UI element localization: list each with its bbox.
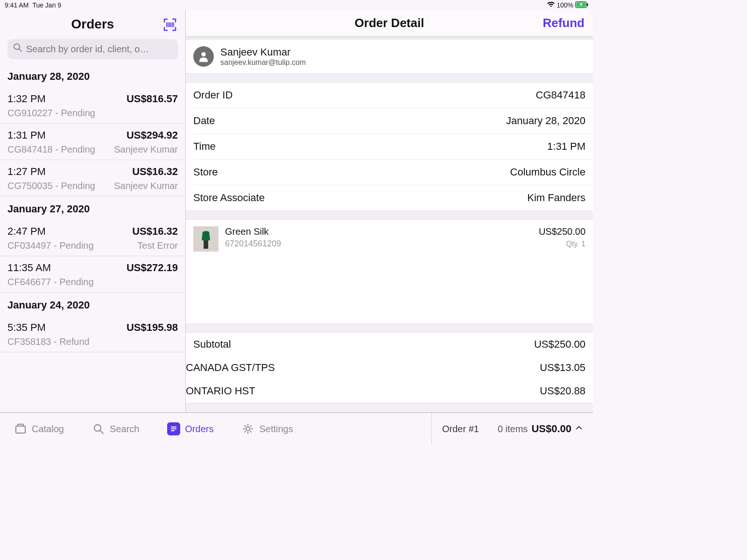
field-label: Time (193, 140, 216, 153)
orders-sidebar: Orders January 28, 2020 (0, 10, 186, 412)
product-thumb (193, 226, 218, 252)
field-label: Order ID (193, 89, 233, 101)
search-icon (13, 43, 22, 54)
field-value: January 28, 2020 (506, 115, 585, 127)
order-time: 1:27 PM (7, 166, 46, 178)
wifi-icon (547, 1, 555, 9)
battery-pct: 100% (557, 1, 573, 9)
date-header: January 24, 2020 (0, 293, 185, 316)
field-label: Store (193, 166, 218, 178)
battery-icon (575, 1, 588, 9)
field-value: Columbus Circle (510, 166, 585, 178)
line-items: Green Silk 672014561209 US$250.00 Qty. 1 (186, 219, 593, 324)
barcode-scan-button[interactable] (162, 17, 178, 33)
item-price: US$250.00 (539, 226, 585, 237)
tab-settings[interactable]: Settings (227, 413, 307, 445)
order-fields: Order IDCG847418 DateJanuary 28, 2020 Ti… (186, 82, 593, 211)
field-label: Date (193, 115, 215, 127)
field-label: Store Associate (193, 192, 265, 204)
search-icon (92, 422, 105, 435)
chevron-up-icon (575, 424, 583, 434)
status-bar: 9:41 AM Tue Jan 9 100% (0, 0, 593, 10)
order-amount: US$16.32 (132, 225, 178, 238)
date-header: January 27, 2020 (0, 196, 185, 220)
tab-search[interactable]: Search (78, 413, 153, 445)
order-detail-pane: Order Detail Refund Sanjeev Kumar sanjee… (186, 10, 593, 412)
tab-label: Catalog (32, 424, 64, 434)
order-time: 5:35 PM (7, 322, 46, 334)
order-client: Test Error (137, 240, 178, 251)
search-input[interactable] (7, 39, 178, 59)
order-amount: US$816.57 (127, 93, 178, 105)
customer-section[interactable]: Sanjeev Kumar sanjeev.kumar@tulip.com (186, 39, 593, 74)
tab-orders[interactable]: Orders (153, 413, 227, 445)
list-item[interactable]: 11:35 AM US$272.19 CF646677 - Pending (0, 256, 185, 293)
svg-point-16 (246, 427, 250, 431)
tab-label: Settings (259, 424, 293, 434)
order-idline: CG910227 - Pending (7, 108, 95, 119)
status-time: 9:41 AM (5, 1, 28, 9)
field-value: CG847418 (536, 89, 585, 101)
orders-list[interactable]: January 28, 2020 1:32 PM US$816.57 CG910… (0, 64, 185, 412)
svg-rect-9 (18, 424, 23, 426)
svg-point-10 (94, 425, 101, 431)
status-date: Tue Jan 9 (32, 1, 61, 9)
field-value: Kim Fanders (527, 192, 585, 204)
field-value: 1:31 PM (547, 140, 585, 153)
svg-point-3 (14, 44, 20, 49)
total-value: US$250.00 (534, 338, 585, 350)
sidebar-title: Orders (71, 17, 114, 32)
line-item[interactable]: Green Silk 672014561209 US$250.00 Qty. 1 (186, 220, 593, 258)
list-item[interactable]: 1:27 PM US$16.32 CG750035 - Pending Sanj… (0, 160, 185, 196)
total-label: Subtotal (193, 338, 231, 350)
order-time: 1:31 PM (7, 129, 46, 141)
order-idline: CF646677 - Pending (7, 277, 94, 287)
gear-icon (241, 422, 254, 435)
cart-summary[interactable]: Order #1 0 items US$0.00 (431, 413, 593, 445)
customer-email: sanjeev.kumar@tulip.com (220, 58, 306, 67)
date-header: January 28, 2020 (0, 64, 185, 87)
refund-button[interactable]: Refund (543, 16, 585, 30)
order-client: Sanjeev Kumar (114, 181, 178, 191)
order-idline: CG847418 - Pending (7, 144, 95, 155)
list-item[interactable]: 2:47 PM US$16.32 CF034497 - Pending Test… (0, 220, 185, 256)
tab-bar: Catalog Search Orders Settings Order #1 … (0, 413, 593, 445)
item-name: Green Silk (225, 226, 532, 237)
total-value: US$20.88 (540, 385, 585, 397)
customer-name: Sanjeev Kumar (220, 46, 306, 58)
list-item[interactable]: 1:32 PM US$816.57 CG910227 - Pending (0, 87, 185, 124)
cart-label: Order #1 (442, 424, 479, 434)
order-amount: US$16.32 (132, 166, 178, 178)
barcode-icon (163, 18, 177, 32)
tab-catalog[interactable]: Catalog (0, 413, 78, 445)
cart-total: US$0.00 (531, 423, 571, 435)
total-label: CANADA GST/TPS (186, 362, 275, 374)
order-idline: CF358183 - Refund (7, 336, 90, 347)
totals: SubtotalUS$250.00 CANADA GST/TPSUS$13.05… (186, 332, 593, 403)
avatar (193, 46, 214, 67)
tab-label: Orders (185, 424, 213, 434)
order-time: 2:47 PM (7, 225, 46, 238)
cart-items: 0 items (498, 424, 528, 434)
item-sku: 672014561209 (225, 239, 532, 249)
order-amount: US$195.98 (127, 322, 178, 334)
total-value: US$13.05 (540, 362, 585, 374)
catalog-icon (14, 422, 27, 435)
detail-title: Order Detail (355, 16, 424, 30)
item-qty: Qty. 1 (539, 240, 585, 248)
order-idline: CF034497 - Pending (7, 240, 94, 251)
orders-icon (167, 422, 180, 435)
order-client: Sanjeev Kumar (114, 144, 178, 155)
order-time: 1:32 PM (7, 93, 46, 105)
order-amount: US$272.19 (127, 262, 178, 274)
list-item[interactable]: 5:35 PM US$195.98 CF358183 - Refund (0, 316, 185, 352)
svg-line-4 (19, 49, 21, 51)
order-time: 11:35 AM (7, 262, 51, 274)
tab-label: Search (110, 424, 139, 434)
svg-line-11 (100, 431, 103, 434)
list-item[interactable]: 1:31 PM US$294.92 CG847418 - Pending San… (0, 124, 185, 160)
svg-rect-2 (587, 3, 588, 6)
svg-rect-8 (16, 426, 25, 433)
svg-rect-7 (204, 240, 208, 249)
svg-point-5 (201, 52, 205, 56)
